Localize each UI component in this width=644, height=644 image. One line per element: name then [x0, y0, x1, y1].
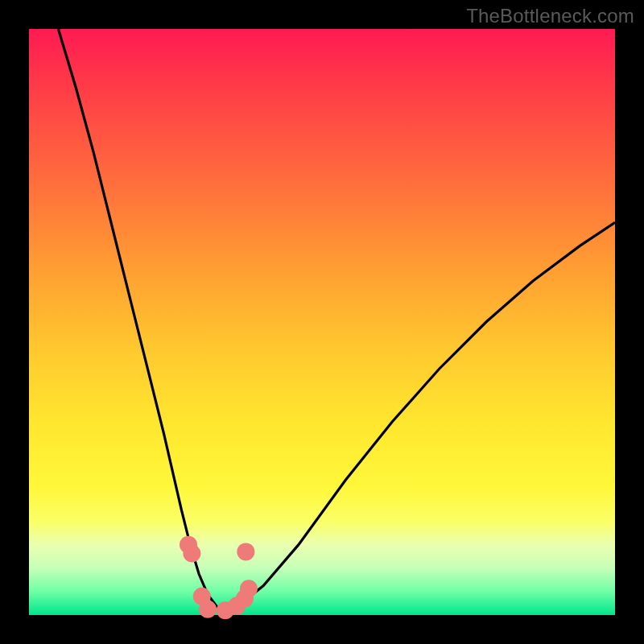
bottleneck-curve: [58, 29, 615, 611]
plot-area: [29, 29, 615, 615]
marker-point: [199, 601, 217, 618]
plot-svg: [29, 29, 615, 615]
marker-point: [240, 580, 258, 597]
watermark-text: TheBottleneck.com: [466, 5, 634, 27]
chart-frame: TheBottleneck.com: [0, 0, 644, 644]
annotated-points: [180, 536, 258, 620]
marker-point: [183, 545, 200, 563]
marker-point: [237, 543, 254, 560]
